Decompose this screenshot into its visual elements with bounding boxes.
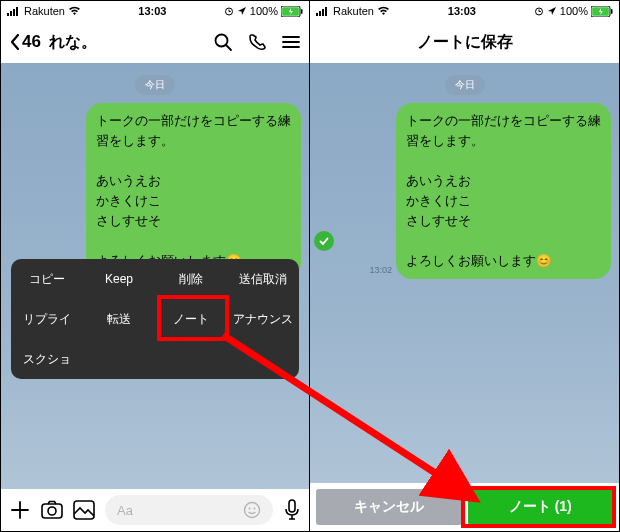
chat-area: 今日 13:02 トークの一部だけをコピーする練習をします。 あいうえお かきく… — [310, 63, 619, 483]
svg-rect-7 — [301, 9, 303, 14]
app-bar: 46 れな。 — [1, 21, 309, 63]
message-bubble[interactable]: トークの一部だけをコピーする練習をします。 あいうえお かきくけこ さしすせそ … — [86, 103, 301, 279]
wifi-icon — [377, 6, 390, 16]
phone-right: Rakuten 13:03 100% ノートに保存 今日 13:02 トークの一… — [310, 1, 619, 531]
ctx-keep[interactable]: Keep — [83, 259, 155, 299]
alarm-icon — [534, 6, 544, 16]
svg-rect-0 — [7, 13, 9, 16]
cancel-button[interactable]: キャンセル — [316, 489, 462, 525]
back-count: 46 — [22, 32, 41, 52]
time-label: 13:03 — [138, 5, 166, 17]
plus-icon[interactable] — [9, 499, 31, 521]
message-time: 13:02 — [369, 265, 392, 275]
emoji-icon[interactable] — [243, 501, 261, 519]
alarm-icon — [224, 6, 234, 16]
location-icon — [547, 6, 557, 16]
location-icon — [237, 6, 247, 16]
wifi-icon — [68, 6, 81, 16]
svg-rect-3 — [16, 7, 18, 16]
screen-title: ノートに保存 — [417, 32, 513, 53]
svg-point-13 — [249, 508, 251, 510]
ctx-unsend[interactable]: 送信取消 — [227, 259, 299, 299]
svg-point-10 — [48, 507, 56, 515]
message-row: 13:02 トークの一部だけをコピーする練習をします。 あいうえお かきくけこ … — [318, 103, 611, 279]
svg-point-12 — [245, 503, 260, 518]
date-pill: 今日 — [445, 75, 485, 95]
time-label: 13:03 — [448, 5, 476, 17]
menu-icon[interactable] — [281, 32, 301, 52]
message-bubble[interactable]: トークの一部だけをコピーする練習をします。 あいうえお かきくけこ さしすせそ … — [396, 103, 611, 279]
note-button[interactable]: ノート (1) — [468, 489, 614, 525]
date-pill: 今日 — [135, 75, 175, 95]
svg-rect-16 — [316, 13, 318, 16]
gallery-icon[interactable] — [73, 500, 95, 520]
back-button[interactable]: 46 — [9, 32, 41, 52]
carrier-label: Rakuten — [333, 5, 374, 17]
svg-point-14 — [254, 508, 256, 510]
signal-icon — [316, 6, 330, 16]
svg-rect-17 — [319, 11, 321, 16]
phone-icon[interactable] — [247, 32, 267, 52]
svg-rect-9 — [42, 504, 62, 518]
ctx-reply[interactable]: リプライ — [11, 299, 83, 339]
message-input[interactable]: Aa — [105, 495, 273, 525]
ctx-delete[interactable]: 削除 — [155, 259, 227, 299]
input-placeholder: Aa — [117, 503, 133, 518]
mic-icon[interactable] — [283, 499, 301, 521]
ctx-note[interactable]: ノート — [155, 299, 227, 339]
battery-label: 100% — [250, 5, 278, 17]
app-bar: ノートに保存 — [310, 21, 619, 63]
search-icon[interactable] — [213, 32, 233, 52]
status-bar: Rakuten 13:03 100% — [310, 1, 619, 21]
camera-icon[interactable] — [41, 500, 63, 520]
svg-rect-18 — [322, 9, 324, 16]
action-bar: キャンセル ノート (1) — [310, 483, 619, 531]
ctx-forward[interactable]: 転送 — [83, 299, 155, 339]
input-bar: Aa — [1, 489, 309, 531]
svg-rect-2 — [13, 9, 15, 16]
ctx-announce[interactable]: アナウンス — [227, 299, 299, 339]
battery-label: 100% — [560, 5, 588, 17]
selected-check-icon[interactable] — [314, 231, 334, 251]
status-bar: Rakuten 13:03 100% — [1, 1, 309, 21]
chevron-left-icon — [9, 33, 20, 51]
ctx-screenshot[interactable]: スクショ — [11, 339, 83, 379]
svg-rect-1 — [10, 11, 12, 16]
battery-icon — [591, 6, 613, 17]
ctx-copy[interactable]: コピー — [11, 259, 83, 299]
carrier-label: Rakuten — [24, 5, 65, 17]
svg-rect-19 — [325, 7, 327, 16]
svg-rect-23 — [611, 9, 613, 14]
battery-icon — [281, 6, 303, 17]
svg-rect-15 — [289, 500, 295, 512]
chat-title: れな。 — [49, 32, 205, 53]
signal-icon — [7, 6, 21, 16]
phone-left: Rakuten 13:03 100% 46 れな。 — [1, 1, 310, 531]
context-menu: コピー Keep 削除 送信取消 リプライ 転送 ノート アナウンス スクショ — [11, 259, 299, 379]
message-row: 13:02 トークの一部だけをコピーする練習をします。 あいうえお かきくけこ … — [9, 103, 301, 279]
